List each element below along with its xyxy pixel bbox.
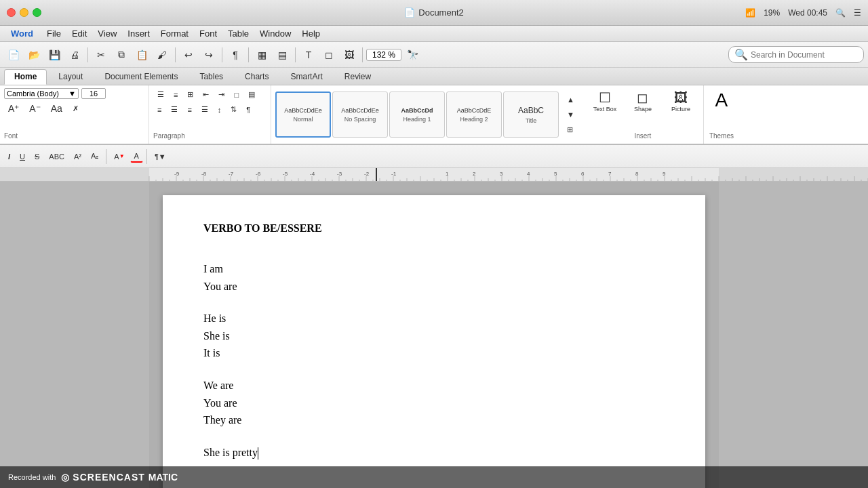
doc-spacer xyxy=(203,429,665,444)
border-btn[interactable]: □ xyxy=(230,88,243,101)
clear-format-btn[interactable]: ✗ xyxy=(68,102,83,115)
fullscreen-button[interactable] xyxy=(33,8,41,17)
tab-layout[interactable]: Layout xyxy=(48,69,93,85)
insert-text[interactable]: T xyxy=(299,45,318,64)
superscript-btn[interactable]: A² xyxy=(70,150,85,163)
increase-indent-btn[interactable]: ⇥ xyxy=(214,88,229,101)
font-case-btn[interactable]: Aa xyxy=(47,101,66,116)
sort-btn[interactable]: ⇅ xyxy=(226,103,241,116)
zoom-options[interactable]: 🔭 xyxy=(403,45,422,64)
copy-button[interactable]: ⧉ xyxy=(112,45,131,64)
font-color-btn[interactable]: A xyxy=(130,150,143,163)
menu-edit[interactable]: Edit xyxy=(66,26,92,41)
styles-scroll-down[interactable]: ▼ xyxy=(563,108,578,121)
redo-button[interactable]: ↪ xyxy=(199,45,218,64)
undo-button[interactable]: ↩ xyxy=(179,45,198,64)
traffic-lights xyxy=(7,8,41,17)
style-heading1[interactable]: AaBbCcDd Heading 1 xyxy=(389,92,445,138)
open-button[interactable]: 📂 xyxy=(24,45,43,64)
themes-icon[interactable]: A xyxy=(715,89,728,111)
bottom-bar: Recorded with ◎ SCREENCASTMATIC xyxy=(0,466,868,488)
menu-table[interactable]: Table xyxy=(222,26,254,41)
align-right-btn[interactable]: ≡ xyxy=(183,103,195,116)
align-left-btn[interactable]: ≡ xyxy=(153,103,165,116)
menu-word[interactable]: Word xyxy=(5,26,39,41)
view-type[interactable]: ▤ xyxy=(273,45,292,64)
style-normal[interactable]: AaBbCcDdEe Normal xyxy=(275,92,331,138)
menu-file[interactable]: File xyxy=(41,26,66,41)
page-container[interactable]: VERBO TO BE/ESSEREI amYou areHe isShe is… xyxy=(149,182,719,488)
tab-charts[interactable]: Charts xyxy=(235,69,279,85)
more-para-btn[interactable]: ¶▼ xyxy=(151,150,170,163)
decrease-indent-btn[interactable]: ⇤ xyxy=(199,88,213,101)
document-page[interactable]: VERBO TO BE/ESSEREI amYou areHe isShe is… xyxy=(163,195,705,488)
menu-insert[interactable]: Insert xyxy=(122,26,155,41)
text-cursor xyxy=(258,447,258,460)
search-input[interactable] xyxy=(751,50,858,60)
styles-scroll-up[interactable]: ▲ xyxy=(563,94,578,106)
insert-shape[interactable]: ◻ xyxy=(319,45,338,64)
tab-home[interactable]: Home xyxy=(4,69,47,85)
font-size-selector[interactable]: 16 xyxy=(81,88,106,99)
tab-smartart[interactable]: SmartArt xyxy=(280,69,332,85)
print-button[interactable]: 🖨 xyxy=(65,45,84,64)
cut-button[interactable]: ✂ xyxy=(92,45,111,64)
insert-shape-btn[interactable]: ◻ Shape xyxy=(626,88,660,114)
title-bar: 📄 Document2 📶 19% Wed 00:45 🔍 ☰ xyxy=(0,0,868,26)
close-button[interactable] xyxy=(7,8,16,17)
search-icon[interactable]: 🔍 xyxy=(835,8,846,18)
underline-btn[interactable]: U xyxy=(16,150,29,163)
document-title: 📄 Document2 xyxy=(404,7,463,18)
decrease-font-btn[interactable]: A⁻ xyxy=(25,101,44,116)
insert-media[interactable]: 🖼 xyxy=(340,45,359,64)
tab-tables[interactable]: Tables xyxy=(189,69,233,85)
style-nospacing-preview: AaBbCcDdEe xyxy=(341,107,379,114)
style-h1-label: Heading 1 xyxy=(403,116,431,123)
strikethrough-btn[interactable]: S xyxy=(31,150,43,163)
menu-window[interactable]: Window xyxy=(254,26,296,41)
styles-more[interactable]: ⊞ xyxy=(563,123,578,136)
menu-icon[interactable]: ☰ xyxy=(854,8,861,18)
align-center-btn[interactable]: ☰ xyxy=(167,103,182,116)
clock: Wed 00:45 xyxy=(788,8,827,18)
subscript-btn[interactable]: A₂ xyxy=(87,150,102,163)
save-button[interactable]: 💾 xyxy=(45,45,64,64)
new-button[interactable]: 📄 xyxy=(4,45,23,64)
style-heading2[interactable]: AaBbCcDdE Heading 2 xyxy=(446,92,502,138)
pilcrow-button[interactable]: ¶ xyxy=(226,45,245,64)
highlight-color-btn[interactable]: A▼ xyxy=(110,150,128,163)
view-options[interactable]: ▦ xyxy=(252,45,271,64)
menu-help[interactable]: Help xyxy=(296,26,326,41)
increase-font-btn[interactable]: A⁺ xyxy=(4,101,23,116)
tab-document-elements[interactable]: Document Elements xyxy=(94,69,188,85)
justify-btn[interactable]: ☰ xyxy=(197,103,212,116)
style-nospacing-label: No Spacing xyxy=(344,116,376,123)
paste-button[interactable]: 📋 xyxy=(132,45,151,64)
style-h2-preview: AaBbCcDdE xyxy=(457,107,492,114)
menu-format[interactable]: Format xyxy=(155,26,194,41)
style-no-spacing[interactable]: AaBbCcDdEe No Spacing xyxy=(332,92,388,138)
insert-picture-btn[interactable]: 🖼 Picture xyxy=(664,89,698,114)
abc-btn[interactable]: ABC xyxy=(45,150,68,163)
tab-review[interactable]: Review xyxy=(334,69,381,85)
numbered-list-btn[interactable]: ≡ xyxy=(170,88,182,101)
italic-btn[interactable]: I xyxy=(4,150,14,163)
minimize-button[interactable] xyxy=(20,8,28,17)
doc-spacer xyxy=(203,295,665,310)
style-title[interactable]: AaBbC Title xyxy=(503,92,559,138)
doc-spacer xyxy=(203,362,665,377)
bullets-btn[interactable]: ☰ xyxy=(153,88,168,101)
insert-textbox-btn[interactable]: ☐ Text Box xyxy=(588,88,622,114)
menu-font[interactable]: Font xyxy=(194,26,222,41)
format-painter[interactable]: 🖌 xyxy=(153,45,172,64)
zoom-control[interactable]: 132 % xyxy=(366,49,401,61)
doc-icon: 📄 xyxy=(404,7,415,18)
line-spacing-btn[interactable]: ↕ xyxy=(214,103,226,116)
font-name-selector[interactable]: Cambria (Body) ▼ xyxy=(4,88,79,99)
menu-view[interactable]: View xyxy=(92,26,122,41)
doc-line: I am xyxy=(203,260,665,278)
right-panel xyxy=(719,182,868,488)
show-para-btn[interactable]: ¶ xyxy=(242,103,254,116)
shading-btn[interactable]: ▤ xyxy=(244,88,259,101)
multilevel-btn[interactable]: ⊞ xyxy=(183,88,197,101)
